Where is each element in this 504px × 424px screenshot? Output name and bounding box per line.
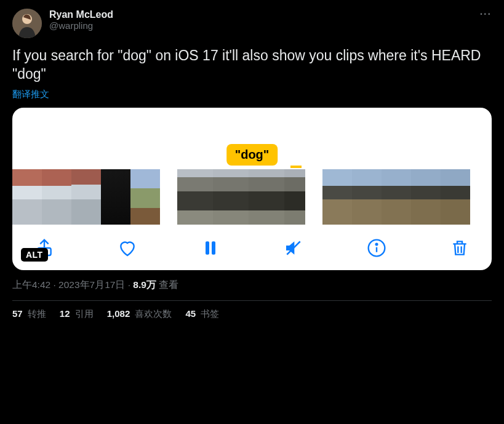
tweet-header: Ryan McLeod @warpling ··· — [12, 9, 492, 38]
quotes-stat[interactable]: 12 引用 — [60, 308, 94, 320]
views-label: 查看 — [156, 279, 178, 290]
clip-thumb — [322, 169, 352, 225]
avatar[interactable] — [12, 9, 42, 38]
clip-group-2[interactable] — [177, 169, 305, 225]
clip-thumb — [12, 169, 42, 225]
search-term-marker — [290, 166, 302, 168]
clip-group-1[interactable] — [12, 169, 160, 225]
display-name: Ryan McLeod — [49, 9, 113, 20]
media-top-area: "dog" — [12, 108, 492, 169]
likes-stat[interactable]: 1,082 喜欢次数 — [107, 308, 172, 320]
clip-thumb — [101, 169, 130, 225]
svg-rect-4 — [212, 241, 215, 254]
clip-thumb — [382, 169, 411, 225]
user-handle: @warpling — [49, 20, 113, 31]
video-timeline[interactable] — [12, 169, 492, 225]
clip-group-3[interactable] — [322, 169, 470, 225]
clip-thumb — [213, 169, 249, 225]
mute-icon[interactable] — [284, 238, 303, 258]
bookmarks-stat[interactable]: 45 书签 — [185, 308, 219, 320]
divider — [12, 300, 492, 301]
views-count: 8.9万 — [133, 279, 156, 290]
tweet-time[interactable]: 上午4:42 — [12, 279, 50, 290]
pause-icon[interactable] — [201, 238, 220, 258]
search-term-badge: "dog" — [226, 144, 278, 166]
retweets-stat[interactable]: 57 转推 — [12, 308, 46, 320]
svg-rect-3 — [206, 241, 209, 254]
user-name-block[interactable]: Ryan McLeod @warpling — [49, 9, 113, 31]
clip-thumb — [130, 169, 160, 225]
trash-icon[interactable] — [450, 238, 470, 258]
clip-thumb — [284, 169, 305, 225]
tweet-container: Ryan McLeod @warpling ··· If you search … — [0, 0, 504, 329]
clip-thumb — [249, 169, 284, 225]
tweet-meta: 上午4:42 · 2023年7月17日 · 8.9万 查看 — [12, 279, 492, 292]
tweet-text: If you search for "dog" on iOS 17 it'll … — [12, 47, 492, 84]
clip-thumb — [42, 169, 71, 225]
svg-point-8 — [376, 243, 378, 245]
media-toolbar — [12, 225, 492, 262]
clip-thumb — [411, 169, 441, 225]
more-icon[interactable]: ··· — [480, 9, 492, 20]
clip-thumb — [441, 169, 470, 225]
media-card[interactable]: "dog" — [12, 108, 492, 270]
stats-row: 57 转推 12 引用 1,082 喜欢次数 45 书签 — [12, 308, 492, 320]
tweet-date[interactable]: 2023年7月17日 — [58, 279, 125, 290]
clip-thumb — [71, 169, 101, 225]
clip-thumb — [177, 169, 213, 225]
heart-icon[interactable] — [118, 238, 137, 258]
translate-link[interactable]: 翻译推文 — [12, 89, 492, 100]
info-icon[interactable] — [367, 238, 386, 258]
clip-thumb — [352, 169, 382, 225]
alt-badge[interactable]: ALT — [21, 248, 48, 262]
